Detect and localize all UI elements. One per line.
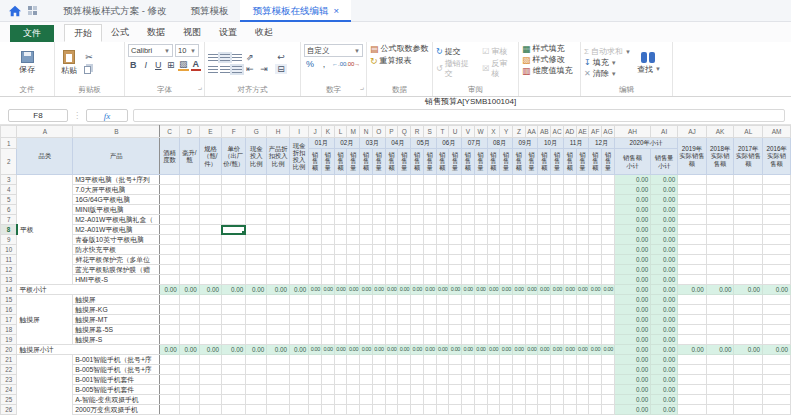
cell[interactable] — [372, 385, 385, 395]
cell[interactable] — [462, 235, 475, 245]
cell[interactable] — [423, 365, 436, 375]
cell[interactable] — [360, 365, 373, 375]
cell[interactable] — [500, 385, 513, 395]
cell[interactable] — [563, 325, 576, 335]
cell[interactable] — [372, 395, 385, 405]
row-header[interactable]: 5 — [1, 195, 17, 205]
cell[interactable] — [500, 295, 513, 305]
cell[interactable] — [563, 355, 576, 365]
cell[interactable] — [199, 385, 221, 395]
row-header[interactable]: 17 — [1, 315, 17, 325]
cell[interactable] — [372, 265, 385, 275]
cell[interactable] — [563, 315, 576, 325]
cell[interactable] — [334, 185, 347, 195]
cell[interactable] — [763, 365, 791, 375]
cell[interactable] — [423, 215, 436, 225]
cell[interactable] — [385, 175, 398, 185]
column-header[interactable]: Z — [513, 126, 526, 138]
cell[interactable] — [334, 175, 347, 185]
column-header[interactable]: AG — [602, 126, 615, 138]
cell[interactable] — [763, 205, 791, 215]
row-header[interactable]: 25 — [1, 395, 17, 405]
cell[interactable] — [563, 365, 576, 375]
year-total-qty-cell[interactable]: 0.00 — [651, 375, 678, 385]
cell[interactable] — [462, 175, 475, 185]
cell[interactable] — [372, 325, 385, 335]
cell[interactable] — [160, 175, 179, 185]
cell[interactable] — [500, 235, 513, 245]
cell[interactable] — [538, 205, 551, 215]
cell[interactable] — [385, 195, 398, 205]
column-header[interactable]: AD — [563, 126, 576, 138]
cell[interactable] — [160, 355, 179, 365]
cell[interactable] — [462, 395, 475, 405]
year-total-amount-cell[interactable]: 0.00 — [614, 185, 650, 195]
cell[interactable] — [221, 205, 245, 215]
cell[interactable] — [487, 175, 500, 185]
cell[interactable] — [436, 335, 449, 345]
cell[interactable] — [551, 375, 564, 385]
cell[interactable]: 0.00 — [160, 345, 179, 355]
cell[interactable] — [372, 405, 385, 415]
cell[interactable] — [398, 275, 411, 285]
cell[interactable] — [474, 235, 487, 245]
cell[interactable]: 0.00 — [221, 285, 245, 295]
cell[interactable] — [551, 355, 564, 365]
cell[interactable] — [436, 315, 449, 325]
cell[interactable] — [372, 225, 385, 235]
column-header[interactable]: AF — [589, 126, 602, 138]
cell[interactable] — [589, 205, 602, 215]
cell[interactable] — [347, 225, 360, 235]
cell[interactable] — [360, 275, 373, 285]
cell[interactable] — [267, 315, 290, 325]
cell[interactable] — [678, 375, 707, 385]
year-total-qty-cell[interactable]: 0.00 — [651, 295, 678, 305]
cell[interactable] — [538, 245, 551, 255]
cell[interactable] — [678, 385, 707, 395]
cell[interactable] — [199, 265, 221, 275]
cell[interactable] — [763, 255, 791, 265]
row-header[interactable]: 13 — [1, 275, 17, 285]
cell[interactable] — [734, 275, 763, 285]
cell[interactable] — [576, 185, 589, 195]
align-bottom-icon[interactable] — [232, 54, 242, 61]
cell[interactable] — [179, 325, 199, 335]
cell[interactable] — [487, 275, 500, 285]
revoke-submit-button[interactable]: ↺撤销提交 — [436, 59, 476, 79]
cell[interactable] — [385, 385, 398, 395]
cell[interactable] — [321, 205, 334, 215]
cell[interactable]: 0.00 — [551, 345, 564, 355]
cell[interactable] — [321, 375, 334, 385]
cell[interactable]: 0.00 — [436, 285, 449, 295]
cell[interactable] — [411, 195, 424, 205]
cell[interactable] — [462, 325, 475, 335]
cell[interactable] — [160, 265, 179, 275]
cell[interactable] — [385, 235, 398, 245]
cell[interactable] — [706, 235, 734, 245]
cell[interactable] — [500, 335, 513, 345]
cell[interactable] — [160, 185, 179, 195]
cell[interactable] — [763, 315, 791, 325]
cell[interactable] — [246, 375, 267, 385]
cell[interactable] — [411, 305, 424, 315]
cell[interactable] — [360, 195, 373, 205]
product-cell[interactable]: 7.0大屏平板电脑 — [73, 185, 160, 195]
formula-params-button[interactable]: ▤公式取数参数 — [370, 44, 429, 54]
cell[interactable] — [576, 305, 589, 315]
cell[interactable] — [589, 355, 602, 365]
month-subheader[interactable]: 销售额 — [513, 149, 526, 175]
cell[interactable]: 0.00 — [500, 285, 513, 295]
cell[interactable] — [487, 205, 500, 215]
cell[interactable] — [321, 265, 334, 275]
cell[interactable] — [360, 315, 373, 325]
year-total-amount-cell[interactable]: 0.00 — [614, 335, 650, 345]
cell[interactable] — [398, 355, 411, 365]
cell[interactable] — [360, 335, 373, 345]
cell[interactable]: 0.00 — [487, 285, 500, 295]
cell[interactable] — [678, 195, 707, 205]
cell[interactable] — [474, 195, 487, 205]
row-header[interactable]: 7 — [1, 215, 17, 225]
cell[interactable]: 0.00 — [474, 285, 487, 295]
cell[interactable] — [334, 355, 347, 365]
row-header[interactable]: 11 — [1, 255, 17, 265]
